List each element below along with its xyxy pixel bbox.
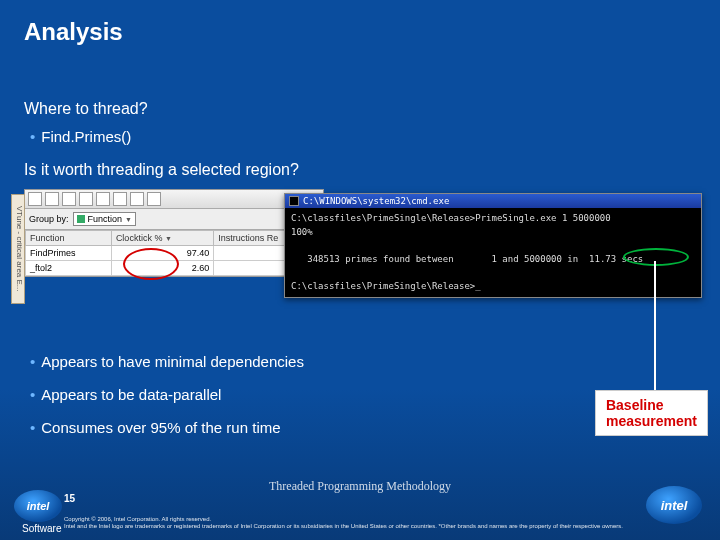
cmd-icon [289,196,299,206]
callout-line2: measurement [606,413,697,429]
bullet-3-text: Appears to be data-parallel [41,386,221,403]
cmd-line: 100% [291,227,313,237]
cell-fn: _ftol2 [26,261,112,276]
bullet-1-text: Find.Primes() [41,128,131,145]
page-number: 15 [64,493,75,504]
toolbar-icon[interactable] [45,192,59,206]
col-clocktick[interactable]: Clocktick % ▼ [111,231,213,246]
groupby-row: Group by: Function ▼ [25,209,323,230]
chevron-down-icon: ▼ [125,216,132,223]
intel-logo-text: intel [661,498,688,513]
callout-line1: Baseline [606,397,697,413]
cmd-window: C:\WINDOWS\system32\cmd.exe C:\classfile… [284,193,702,298]
bullet-dot-icon: • [30,353,35,370]
footer: intel Software 15 Copyright © 2006, Inte… [0,484,720,540]
cmd-titlebar: C:\WINDOWS\system32\cmd.exe [285,194,701,208]
slide-title: Analysis [24,18,123,46]
toolbar-icon[interactable] [79,192,93,206]
copyright-text: Copyright © 2006, Intel Corporation. All… [64,516,640,530]
question-2: Is it worth threading a selected region? [24,161,696,179]
copyright-line1: Copyright © 2006, Intel Corporation. All… [64,516,640,523]
groupby-select[interactable]: Function ▼ [73,212,136,226]
cmd-line: C:\classfiles\PrimeSingle\Release>_ [291,281,481,291]
cmd-line: 348513 primes found between [307,254,453,264]
intel-software-logo: intel [14,490,62,522]
cmd-line: C:\classfiles\PrimeSingle\Release>PrimeS… [291,213,611,223]
intel-logo-text: intel [27,500,50,512]
groupby-value: Function [88,214,123,224]
green-highlight-oval [623,248,689,266]
intel-logo-right: intel [646,486,702,524]
cmd-line: 1 and 5000000 in [492,254,579,264]
toolbar-icon[interactable] [147,192,161,206]
profiler-side-tab: VTune - critical area E... [11,194,25,304]
groupby-label: Group by: [29,214,69,224]
bullet-dot-icon: • [30,419,35,436]
intel-logo-icon: intel [14,490,62,522]
copyright-line2: Intel and the Intel logo are trademarks … [64,523,640,530]
bullet-dot-icon: • [30,128,35,145]
profiler-toolbar [25,190,323,209]
screenshots-region: VTune - critical area E... Group by: Fu [24,189,696,339]
toolbar-icon[interactable] [130,192,144,206]
bullet-dot-icon: • [30,386,35,403]
intel-logo-icon: intel [646,486,702,524]
profiler-window: VTune - critical area E... Group by: Fu [24,189,324,277]
cmd-title-text: C:\WINDOWS\system32\cmd.exe [303,196,449,206]
bullet-deps: •Appears to have minimal dependencies [30,353,696,370]
function-icon [77,215,85,223]
sort-down-icon: ▼ [165,235,172,242]
toolbar-icon[interactable] [62,192,76,206]
question-1: Where to thread? [24,100,696,118]
toolbar-icon[interactable] [113,192,127,206]
cell-fn: FindPrimes [26,246,112,261]
bullet-4-text: Consumes over 95% of the run time [41,419,280,436]
red-highlight-oval [123,248,179,280]
bullet-2-text: Appears to have minimal dependencies [41,353,304,370]
toolbar-icon[interactable] [28,192,42,206]
col-function[interactable]: Function [26,231,112,246]
slide: Analysis Where to thread? •Find.Primes()… [0,0,720,540]
col-clocktick-label: Clocktick % [116,233,163,243]
bullet-findprimes: •Find.Primes() [30,128,696,145]
callout-connector [654,261,656,391]
software-tag: Software [22,523,61,534]
baseline-callout: Baseline measurement [595,390,708,436]
toolbar-icon[interactable] [96,192,110,206]
